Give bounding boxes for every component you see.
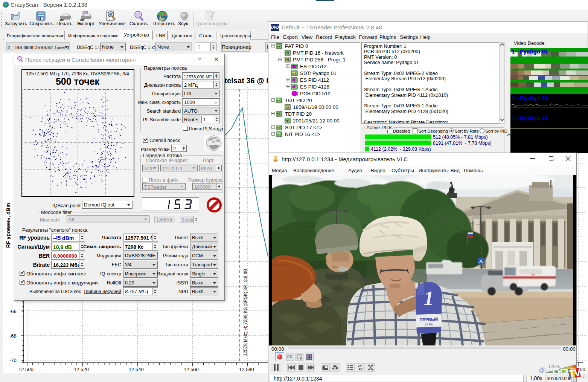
svg-text:1: 1: [424, 287, 434, 309]
svg-text:B: B: [300, 357, 302, 360]
svg-text:1T RU: 1T RU: [425, 323, 433, 327]
svg-text:PM: PM: [285, 52, 289, 54]
svg-text:SD: SD: [277, 127, 280, 129]
svg-text:NI: NI: [277, 133, 280, 136]
svg-text:TV: TV: [568, 367, 582, 380]
svg-text:A: A: [297, 357, 299, 360]
svg-text:SD: SD: [292, 72, 296, 75]
svg-text:PR: PR: [277, 45, 280, 47]
svg-text:TD: TD: [277, 99, 280, 102]
svg-text:ПЕРВЫЙ: ПЕРВЫЙ: [419, 317, 438, 322]
svg-text:TD: TD: [286, 106, 289, 108]
svg-text:TD: TD: [286, 120, 289, 122]
svg-text:TD: TD: [277, 113, 280, 115]
svg-text:PM: PM: [285, 59, 289, 61]
